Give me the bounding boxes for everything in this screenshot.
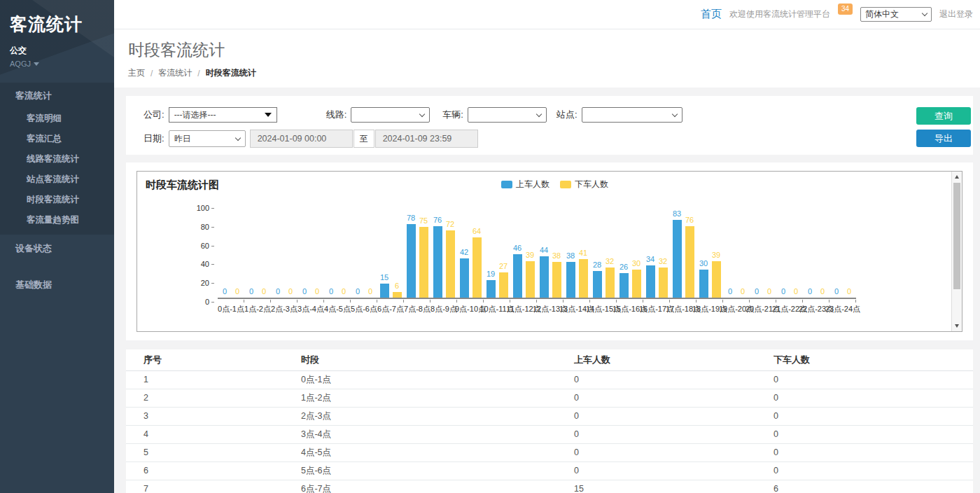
x-axis-label: 8点-9点 (430, 304, 457, 314)
sidebar-subitem[interactable]: 时段客流统计 (0, 190, 114, 210)
bar (699, 270, 708, 298)
page-title: 时段客流统计 (128, 39, 980, 61)
bar-value-label: 27 (499, 262, 507, 270)
breadcrumb-section[interactable]: 客流统计 (158, 67, 192, 79)
bar-value-label: 46 (513, 244, 522, 252)
bar-group: 00 (324, 205, 351, 298)
bar-value-label: 0 (262, 287, 266, 296)
scroll-up-icon[interactable] (952, 172, 962, 182)
data-table: 序号时段上车人数下车人数 10点-1点0021点-2点0032点-3点0043点… (126, 349, 973, 493)
sidebar-subitem[interactable]: 客流量趋势图 (0, 210, 114, 230)
export-button[interactable]: 导出 (916, 130, 971, 147)
bar-value-label: 15 (380, 273, 388, 282)
bar (646, 265, 655, 298)
bar-value-label: 0 (288, 287, 293, 296)
logout-link[interactable]: 退出登录 (939, 8, 973, 20)
query-button[interactable]: 查询 (916, 107, 971, 125)
bar (393, 292, 402, 298)
bar-value-label: 32 (659, 257, 667, 265)
bar-value-label: 0 (249, 287, 253, 296)
main-area: 首页 欢迎使用客流统计管理平台 34 简体中文 退出登录 时段客流统计 主页 /… (114, 0, 980, 493)
bar-value-label: 0 (820, 287, 825, 296)
bar-group: 156 (377, 205, 404, 298)
bar-value-label: 32 (606, 257, 614, 265)
content: 公司: ---请选择--- 线路: 车辆: 站点: (114, 88, 980, 493)
line-select[interactable] (351, 107, 430, 123)
chevron-down-icon (419, 111, 425, 116)
bar-value-label: 19 (486, 270, 495, 278)
bar-group: 00 (244, 205, 271, 298)
company-select[interactable]: ---请选择--- (169, 107, 277, 123)
bar-value-label: 0 (342, 287, 346, 296)
bar-group: 7875 (404, 205, 430, 298)
table-row: 32点-3点00 (126, 407, 973, 425)
app-window: 客流统计 公交 AQGJ 客流统计客流明细客流汇总线路客流统计站点客流统计时段客… (0, 0, 980, 493)
vehicle-label: 车辆: (442, 109, 463, 121)
x-axis-label: 2点-3点 (271, 304, 298, 314)
bar (472, 237, 482, 298)
date-start-input[interactable]: 2024-01-09 00:00 (250, 130, 353, 148)
language-select[interactable]: 简体中文 (860, 7, 932, 22)
date-preset-select[interactable]: 昨日 (169, 130, 246, 147)
x-axis-label: 0点-1点 (218, 304, 244, 314)
date-label: 日期: (144, 132, 164, 145)
bar-group: 00 (750, 205, 776, 298)
bar (540, 256, 549, 298)
bar-group: 2630 (617, 205, 643, 298)
bar-value-label: 28 (593, 261, 601, 269)
y-axis-tick: 80 (201, 223, 209, 231)
bar-value-label: 42 (460, 248, 468, 256)
chart-scrollbar[interactable] (951, 172, 962, 331)
bar (433, 226, 442, 298)
bar-value-label: 0 (223, 287, 227, 296)
bar-value-label: 0 (755, 287, 759, 296)
bar-value-label: 0 (767, 287, 771, 296)
vehicle-select[interactable] (468, 107, 547, 123)
welcome-text: 欢迎使用客流统计管理平台 (729, 8, 830, 20)
bar-group: 4639 (510, 205, 537, 298)
bar (606, 268, 615, 298)
date-end-input[interactable]: 2024-01-09 23:59 (375, 130, 478, 148)
breadcrumb-current: 时段客流统计 (206, 67, 256, 79)
scrollbar-thumb[interactable] (953, 183, 960, 289)
bar-value-label: 75 (419, 216, 428, 225)
bar-group: 00 (351, 205, 377, 298)
y-axis-tick: 100 (197, 204, 209, 212)
bar (673, 220, 682, 298)
bar-value-label: 64 (472, 227, 481, 235)
date-start-value: 2024-01-09 00:00 (258, 134, 327, 144)
caret-down-icon (34, 62, 39, 66)
sidebar-item-0[interactable]: 客流统计 (0, 83, 114, 109)
bar-value-label: 0 (315, 287, 319, 296)
bar-group: 4264 (457, 205, 484, 298)
breadcrumb-home[interactable]: 主页 (128, 67, 145, 79)
bar-value-label: 26 (620, 263, 628, 271)
bar (712, 261, 721, 298)
bar (460, 258, 469, 298)
x-axis-label: 23点-24点 (830, 304, 856, 314)
bar-value-label: 38 (552, 251, 561, 260)
org-label: 公交 (10, 45, 104, 57)
bar-value-label: 0 (302, 287, 307, 296)
notification-badge[interactable]: 34 (838, 4, 853, 15)
station-select[interactable] (582, 107, 682, 123)
bar-value-label: 6 (395, 282, 399, 290)
chevron-down-icon (234, 134, 240, 140)
sidebar-subitem[interactable]: 线路客流统计 (0, 149, 114, 169)
sidebar-subitem[interactable]: 客流明细 (0, 109, 114, 129)
sidebar-subitem[interactable]: 站点客流统计 (0, 169, 114, 190)
bar (579, 259, 588, 298)
x-axis-label: 6点-7点 (377, 304, 404, 314)
bar-value-label: 30 (699, 259, 708, 268)
sidebar-subitem[interactable]: 客流汇总 (0, 129, 114, 149)
table-row: 54点-5点00 (126, 443, 973, 461)
user-dropdown[interactable]: AQGJ (10, 60, 104, 68)
sidebar-item-1[interactable]: 设备状态 (0, 235, 114, 263)
sidebar-item-2[interactable]: 基础数据 (0, 271, 114, 299)
filter-row-2: 日期: 昨日 2024-01-09 00:00 至 2024-01-09 23:… (144, 130, 973, 148)
chevron-down-icon (536, 111, 542, 116)
bar-group: 00 (776, 205, 803, 298)
bar-value-label: 39 (526, 251, 534, 259)
home-link[interactable]: 首页 (701, 8, 722, 21)
scroll-down-icon[interactable] (952, 321, 962, 331)
